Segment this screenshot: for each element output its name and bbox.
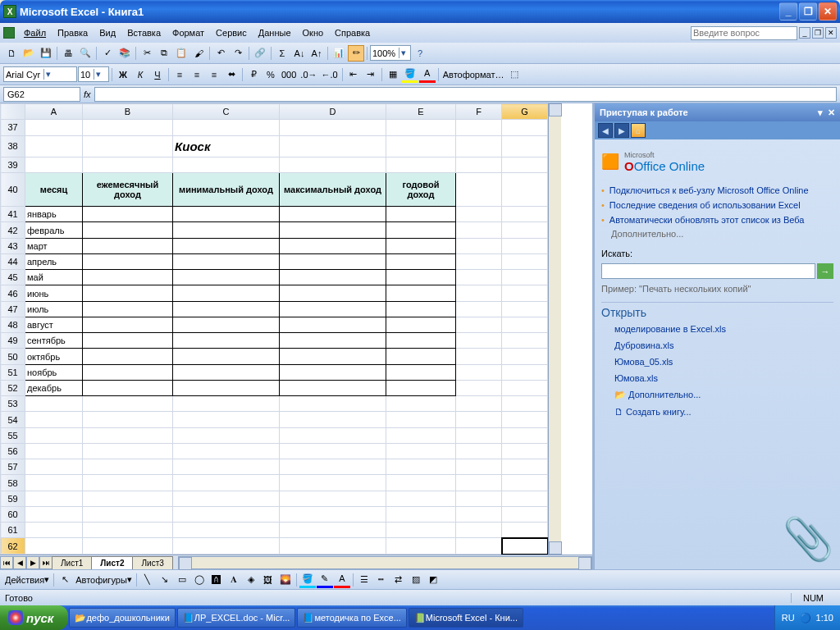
clipart-button[interactable]: 🖼 [260, 572, 276, 588]
row-header-52[interactable]: 52 [1, 380, 25, 395]
cell-F47[interactable] [456, 301, 502, 317]
cell-F38[interactable] [456, 135, 502, 157]
print-preview-button[interactable]: 🔍 [77, 45, 94, 62]
select-objects-button[interactable]: ↖ [57, 572, 73, 588]
bold-button[interactable]: Ж [115, 66, 131, 83]
taskpane-home-icon[interactable]: ⌂ [631, 123, 646, 138]
cell-F60[interactable] [456, 506, 502, 522]
cell-A39[interactable] [25, 157, 83, 172]
recent-file[interactable]: Юмова_05.xls [601, 355, 833, 368]
3d-button[interactable]: ◩ [425, 572, 441, 588]
cell-D48[interactable] [280, 317, 386, 332]
cell-F62[interactable] [456, 538, 502, 555]
hyperlink-button[interactable]: 🔗 [252, 45, 268, 62]
cell-E45[interactable] [386, 270, 456, 285]
cell-G46[interactable] [502, 285, 548, 301]
redo-button[interactable]: ↷ [230, 45, 246, 62]
cell-D58[interactable] [280, 475, 386, 491]
align-left-button[interactable]: ≡ [171, 66, 188, 83]
cell-E50[interactable] [386, 349, 456, 364]
taskbar-item[interactable]: 📂 дефо_дошкольники [69, 608, 175, 628]
cell-G58[interactable] [502, 475, 548, 491]
format-painter-button[interactable]: 🖌 [190, 45, 207, 62]
row-header-49[interactable]: 49 [1, 333, 25, 349]
row-header-54[interactable]: 54 [1, 412, 25, 427]
cell-E52[interactable] [386, 380, 456, 395]
cell-C54[interactable] [173, 412, 280, 427]
col-header-E[interactable]: E [386, 104, 456, 120]
autoformat-button[interactable]: Автоформат… [441, 66, 506, 83]
col-header-B[interactable]: B [83, 104, 173, 120]
cell-E57[interactable] [386, 459, 456, 475]
cell-D55[interactable] [280, 427, 386, 443]
cell-E46[interactable] [386, 285, 456, 301]
row-header-44[interactable]: 44 [1, 253, 25, 269]
cell-D51[interactable] [280, 364, 386, 380]
italic-button[interactable]: К [132, 66, 148, 83]
cell-E49[interactable] [386, 333, 456, 349]
cell-B47[interactable] [83, 301, 173, 317]
cell-B45[interactable] [83, 270, 173, 285]
menu-data[interactable]: Данные [253, 26, 297, 39]
save-button[interactable]: 💾 [38, 45, 54, 62]
cell-E37[interactable] [386, 120, 456, 135]
cell-G51[interactable] [502, 364, 548, 380]
cell-D57[interactable] [280, 459, 386, 475]
cell-B57[interactable] [83, 459, 173, 475]
picture-button[interactable]: 🌄 [277, 572, 294, 588]
cell-C60[interactable] [173, 506, 280, 522]
arrow-style-button[interactable]: ⇄ [390, 572, 407, 588]
create-workbook[interactable]: 🗋 Создать книгу... [601, 405, 833, 418]
mdi-minimize[interactable]: _ [799, 27, 810, 39]
cell-C52[interactable] [173, 380, 280, 395]
cell-D45[interactable] [280, 270, 386, 285]
cell-E47[interactable] [386, 301, 456, 317]
search-input[interactable] [601, 263, 815, 279]
cell-C58[interactable] [173, 475, 280, 491]
currency-button[interactable]: ₽ [245, 66, 262, 83]
undo-button[interactable]: ↶ [212, 45, 229, 62]
cell-G56[interactable] [502, 443, 548, 459]
row-header-50[interactable]: 50 [1, 349, 25, 364]
col-header-F[interactable]: F [456, 104, 502, 120]
cell-F40[interactable] [456, 173, 502, 207]
cell-B58[interactable] [83, 475, 173, 491]
cell-F57[interactable] [456, 459, 502, 475]
cell-E51[interactable] [386, 364, 456, 380]
cell-B56[interactable] [83, 443, 173, 459]
underline-button[interactable]: Ч [149, 66, 166, 83]
cell-C39[interactable] [173, 157, 280, 172]
row-header-43[interactable]: 43 [1, 238, 25, 253]
cell-F50[interactable] [456, 349, 502, 364]
cell-E60[interactable] [386, 506, 456, 522]
cell-D42[interactable] [280, 222, 386, 238]
recent-file[interactable]: Дубровина.xls [601, 339, 833, 352]
cell-G57[interactable] [502, 459, 548, 475]
cell-B55[interactable] [83, 427, 173, 443]
name-box[interactable]: G62 [3, 87, 80, 102]
cell-G37[interactable] [502, 120, 548, 135]
cell-E54[interactable] [386, 412, 456, 427]
cell-G54[interactable] [502, 412, 548, 427]
cell-C53[interactable] [173, 396, 280, 412]
cell-A61[interactable] [25, 523, 83, 538]
cell-B37[interactable] [83, 120, 173, 135]
cell-F49[interactable] [456, 333, 502, 349]
cell-A52[interactable]: декабрь [25, 380, 83, 395]
cell-D56[interactable] [280, 443, 386, 459]
cell-C37[interactable] [173, 120, 280, 135]
cell-D49[interactable] [280, 333, 386, 349]
cell-E42[interactable] [386, 222, 456, 238]
cell-A42[interactable]: февраль [25, 222, 83, 238]
sheet-tab-Лист2[interactable]: Лист2 [91, 556, 133, 569]
cell-C40[interactable]: минимальный доход [173, 173, 280, 207]
cell-A46[interactable]: июнь [25, 285, 83, 301]
conditional-format-button[interactable]: ⬚ [506, 66, 523, 83]
recent-file[interactable]: моделирование в Excel.xls [601, 322, 833, 336]
cell-E41[interactable] [386, 207, 456, 222]
copy-button[interactable]: ⧉ [156, 45, 172, 62]
cell-F44[interactable] [456, 253, 502, 269]
menu-tools[interactable]: Сервис [210, 26, 253, 39]
cell-E44[interactable] [386, 253, 456, 269]
cell-B38[interactable] [83, 135, 173, 157]
